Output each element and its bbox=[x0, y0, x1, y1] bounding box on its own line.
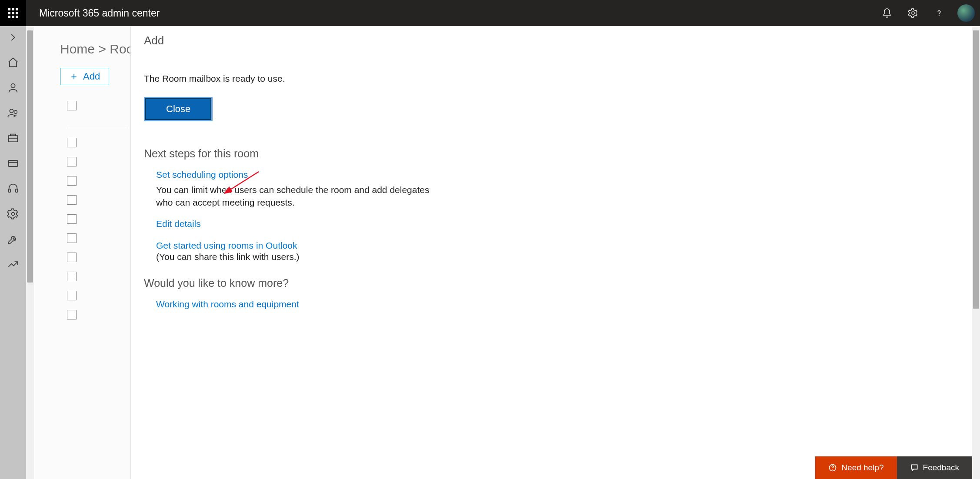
close-button[interactable]: Close bbox=[145, 98, 211, 120]
breadcrumb-home[interactable]: Home bbox=[60, 42, 95, 56]
settings-icon[interactable] bbox=[900, 0, 926, 26]
svg-point-2 bbox=[11, 84, 15, 88]
notifications-icon[interactable] bbox=[874, 0, 900, 26]
svg-rect-8 bbox=[16, 189, 18, 192]
feedback-label: Feedback bbox=[923, 463, 959, 472]
question-circle-icon bbox=[828, 463, 837, 472]
checkbox[interactable] bbox=[67, 195, 77, 205]
svg-point-0 bbox=[912, 12, 914, 14]
flyout-panel: Add The Room mailbox is ready to use. Cl… bbox=[130, 26, 972, 479]
working-with-rooms-link[interactable]: Working with rooms and equipment bbox=[156, 299, 299, 309]
app-title: Microsoft 365 admin center bbox=[39, 7, 160, 19]
checkbox[interactable] bbox=[67, 214, 77, 224]
svg-rect-7 bbox=[9, 189, 11, 192]
need-help-button[interactable]: Need help? bbox=[815, 456, 897, 479]
checkbox[interactable] bbox=[67, 138, 77, 147]
plus-icon: ＋ bbox=[69, 72, 79, 81]
set-scheduling-link[interactable]: Set scheduling options bbox=[156, 170, 248, 180]
scheduling-description: You can limit when users can schedule th… bbox=[156, 183, 443, 209]
add-button[interactable]: ＋ Add bbox=[60, 68, 109, 85]
checkbox[interactable] bbox=[67, 233, 77, 243]
svg-point-1 bbox=[939, 15, 939, 16]
scrollbar-left[interactable] bbox=[26, 26, 34, 479]
breadcrumb-separator: > bbox=[98, 42, 106, 56]
avatar[interactable] bbox=[957, 4, 975, 22]
reports-icon[interactable] bbox=[7, 258, 19, 270]
scrollbar-thumb[interactable] bbox=[973, 30, 979, 309]
checkbox[interactable] bbox=[67, 176, 77, 186]
outlook-note: (You can share this link with users.) bbox=[156, 252, 959, 262]
edit-details-link[interactable]: Edit details bbox=[156, 219, 201, 229]
groups-icon[interactable] bbox=[7, 107, 19, 119]
home-icon[interactable] bbox=[7, 57, 19, 69]
checkbox[interactable] bbox=[67, 157, 77, 166]
global-header: Microsoft 365 admin center bbox=[0, 0, 980, 26]
speech-bubble-icon bbox=[910, 463, 919, 472]
app-launcher[interactable] bbox=[0, 0, 26, 26]
checkbox[interactable] bbox=[67, 291, 77, 300]
checkbox[interactable] bbox=[67, 310, 77, 319]
help-strip: Need help? Feedback bbox=[815, 456, 972, 479]
feedback-button[interactable]: Feedback bbox=[897, 456, 972, 479]
scrollbar-thumb[interactable] bbox=[27, 30, 33, 283]
divider bbox=[67, 128, 128, 128]
checkbox[interactable] bbox=[67, 253, 77, 262]
waffle-icon bbox=[8, 8, 18, 18]
resources-icon[interactable] bbox=[7, 132, 19, 144]
svg-point-9 bbox=[12, 213, 15, 216]
left-nav bbox=[0, 26, 26, 479]
svg-rect-6 bbox=[9, 160, 18, 166]
settings-nav-icon[interactable] bbox=[7, 208, 19, 220]
panel-title: Add bbox=[144, 34, 959, 47]
know-more-heading: Would you like to know more? bbox=[144, 277, 959, 289]
scrollbar-right[interactable] bbox=[972, 26, 980, 479]
help-icon[interactable] bbox=[926, 0, 952, 26]
add-button-label: Add bbox=[83, 71, 100, 82]
need-help-label: Need help? bbox=[841, 463, 883, 472]
users-icon[interactable] bbox=[7, 82, 19, 94]
panel-ready-text: The Room mailbox is ready to use. bbox=[144, 73, 959, 84]
svg-point-3 bbox=[10, 109, 13, 113]
billing-icon[interactable] bbox=[7, 157, 19, 170]
checkbox[interactable] bbox=[67, 101, 77, 110]
svg-point-4 bbox=[14, 110, 17, 113]
svg-point-12 bbox=[833, 469, 833, 470]
outlook-link[interactable]: Get started using rooms in Outlook bbox=[156, 240, 297, 251]
setup-icon[interactable] bbox=[7, 233, 19, 245]
expand-nav-icon[interactable] bbox=[7, 31, 19, 43]
next-steps-heading: Next steps for this room bbox=[144, 147, 959, 160]
support-icon[interactable] bbox=[7, 183, 19, 195]
checkbox[interactable] bbox=[67, 272, 77, 281]
